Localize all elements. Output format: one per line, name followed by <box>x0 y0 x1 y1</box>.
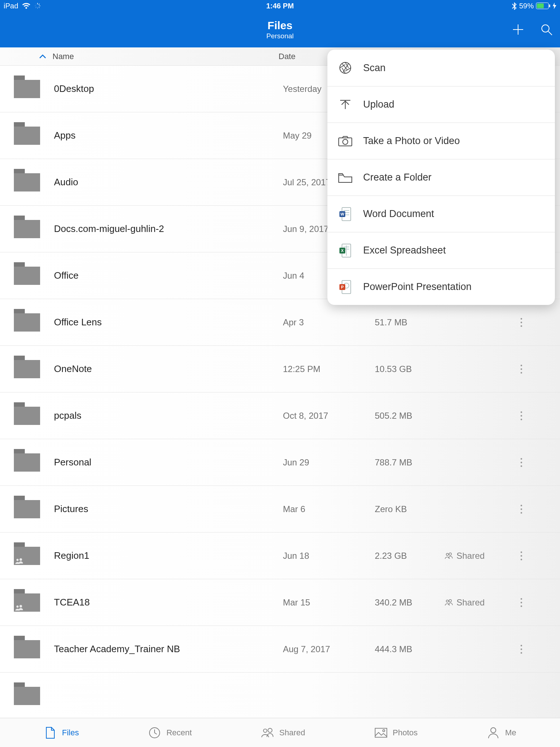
file-row[interactable]: OneNote12:25 PM10.53 GB <box>0 346 560 392</box>
tab-photos[interactable]: Photos <box>374 726 418 739</box>
folder-icon <box>0 407 54 425</box>
more-options-button[interactable] <box>510 411 532 421</box>
tab-recent[interactable]: Recent <box>148 726 192 739</box>
file-row[interactable]: PersonalJun 29788.7 MB <box>0 439 560 486</box>
person-icon <box>487 726 500 739</box>
more-options-button[interactable] <box>510 645 532 654</box>
add-menu-item[interactable]: PPowerPoint Presentation <box>327 268 555 305</box>
file-size: 505.2 MB <box>375 411 445 421</box>
svg-point-34 <box>521 411 522 413</box>
tab-shared[interactable]: Shared <box>261 726 305 739</box>
add-menu-item[interactable]: WWord Document <box>327 196 555 232</box>
file-row[interactable]: pcpalsOct 8, 2017505.2 MB <box>0 392 560 439</box>
file-name: 0Desktop <box>54 83 283 94</box>
people-icon <box>261 726 274 739</box>
svg-point-40 <box>521 504 522 506</box>
file-row[interactable]: Region1Jun 182.23 GBShared <box>0 533 560 579</box>
folder-icon <box>0 80 54 98</box>
svg-point-31 <box>521 364 522 366</box>
svg-point-62 <box>343 139 348 144</box>
file-size: 10.53 GB <box>375 364 445 374</box>
svg-point-43 <box>16 559 19 561</box>
svg-point-11 <box>542 25 549 32</box>
add-menu-label: Upload <box>363 99 394 110</box>
svg-point-35 <box>521 415 522 416</box>
more-options-button[interactable] <box>510 318 532 327</box>
add-button[interactable] <box>511 23 525 36</box>
svg-point-52 <box>446 600 448 602</box>
svg-point-57 <box>521 645 522 646</box>
excel-icon: X <box>327 243 363 258</box>
clock-icon <box>148 726 161 739</box>
svg-point-50 <box>16 605 19 608</box>
status-time: 1:46 PM <box>266 2 294 10</box>
more-options-button[interactable] <box>510 551 532 561</box>
add-menu-popover: ScanUploadTake a Photo or VideoCreate a … <box>327 50 555 305</box>
svg-text:P: P <box>341 285 343 289</box>
svg-point-30 <box>521 325 522 326</box>
file-date: Apr 3 <box>283 317 375 328</box>
folder-icon <box>0 640 54 658</box>
search-button[interactable] <box>540 23 553 36</box>
file-name: Audio <box>54 177 283 188</box>
svg-point-84 <box>491 728 496 733</box>
svg-point-48 <box>521 555 522 556</box>
more-options-button[interactable] <box>510 598 532 607</box>
add-menu-label: Scan <box>363 62 386 74</box>
folder-icon <box>0 453 54 472</box>
col-header-name[interactable]: Name <box>52 52 279 61</box>
file-row[interactable]: TCEA18Mar 15340.2 MBShared <box>0 579 560 626</box>
svg-point-39 <box>521 465 522 467</box>
file-date: Mar 6 <box>283 504 375 514</box>
word-icon: W <box>327 207 363 221</box>
file-name: pcpals <box>54 410 283 421</box>
file-shared-indicator: Shared <box>445 597 510 608</box>
add-menu-label: Excel Spreadsheet <box>363 245 446 256</box>
add-menu-item[interactable]: Create a Folder <box>327 159 555 196</box>
add-menu-item[interactable]: Upload <box>327 86 555 123</box>
tab-me[interactable]: Me <box>487 726 516 739</box>
add-menu-item[interactable]: Scan <box>327 50 555 86</box>
add-menu-item[interactable]: XExcel Spreadsheet <box>327 232 555 268</box>
more-options-button[interactable] <box>510 364 532 374</box>
add-menu-label: PowerPoint Presentation <box>363 281 471 293</box>
svg-point-53 <box>449 599 452 602</box>
file-name: Office Lens <box>54 317 283 328</box>
svg-rect-82 <box>375 728 387 737</box>
shared-badge-icon <box>15 605 23 611</box>
file-row[interactable]: Office LensApr 351.7 MB <box>0 299 560 346</box>
folder-icon <box>0 593 54 612</box>
file-date: Mar 15 <box>283 597 375 608</box>
svg-point-47 <box>521 551 522 553</box>
svg-point-38 <box>521 461 522 463</box>
file-row[interactable]: PicturesMar 6Zero KB <box>0 486 560 533</box>
svg-line-1 <box>39 4 39 5</box>
file-row[interactable]: Teacher Academy_Trainer NBAug 7, 2017444… <box>0 626 560 673</box>
bluetooth-icon <box>512 2 517 10</box>
upload-icon <box>327 98 363 111</box>
file-size: 788.7 MB <box>375 457 445 468</box>
svg-line-12 <box>548 31 552 35</box>
folder-icon <box>0 267 54 285</box>
folder-new-icon <box>327 172 363 183</box>
svg-point-41 <box>521 508 522 510</box>
svg-point-49 <box>521 558 522 560</box>
more-options-button[interactable] <box>510 458 532 467</box>
powerpoint-icon: P <box>327 280 363 294</box>
tab-files[interactable]: Files <box>44 726 79 739</box>
loading-spinner-icon <box>34 3 41 9</box>
svg-point-58 <box>521 648 522 650</box>
svg-text:X: X <box>341 248 344 253</box>
tab-label: Files <box>62 728 79 738</box>
more-options-button[interactable] <box>510 504 532 514</box>
svg-rect-10 <box>549 4 550 7</box>
svg-point-45 <box>446 553 448 556</box>
add-menu-label: Word Document <box>363 208 434 220</box>
sort-chevron-icon[interactable] <box>39 54 46 59</box>
file-row[interactable] <box>0 673 560 718</box>
add-menu-item[interactable]: Take a Photo or Video <box>327 123 555 159</box>
svg-point-37 <box>521 458 522 459</box>
folder-icon <box>0 547 54 565</box>
tab-label: Recent <box>166 728 192 738</box>
svg-point-44 <box>20 558 22 561</box>
